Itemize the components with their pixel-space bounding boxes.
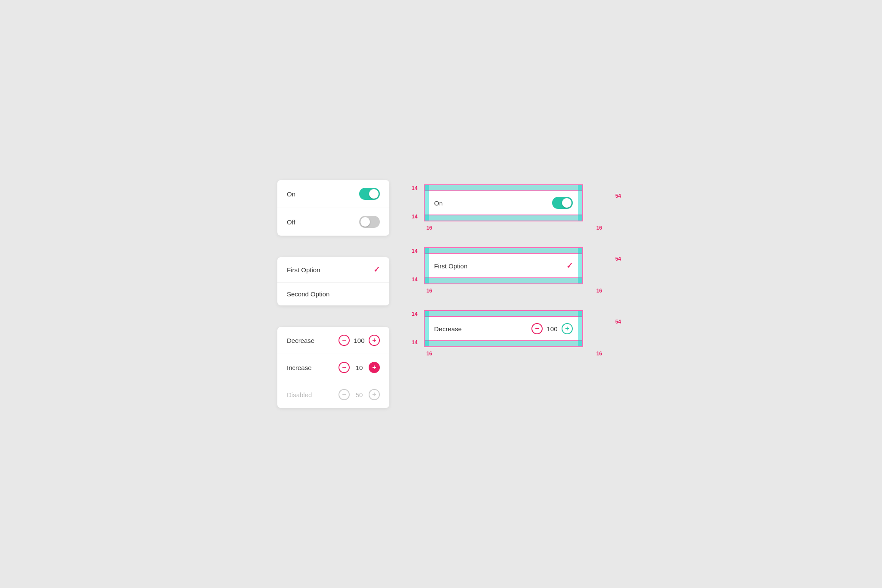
toggle-on-thumb [369,189,379,199]
annotation-toggle-diagram: On 14 14 16 16 54 [424,184,605,221]
toggle-off-label: Off [287,218,295,226]
decrease-plus-button[interactable]: + [369,335,380,346]
increase-row: Increase − 10 + [277,354,389,381]
ann-toggle-thumb [562,198,571,208]
decrease-value: 100 [353,337,365,344]
radio-card: First Option ✓ Second Option [277,257,389,305]
increase-value: 10 [353,364,365,371]
toggle-off-thumb [360,217,370,227]
disabled-minus-button: − [339,389,350,400]
toggle-on-track [359,188,380,200]
toggle-card: On Off [277,180,389,236]
page-container: On Off [0,0,882,588]
increase-label: Increase [287,364,312,371]
ann-stepper-dim-54: 54 [615,319,621,325]
ann-stepper-dim-16-br: 16 [596,351,602,357]
toggle-on-row: On [277,180,389,208]
first-option-checkmark: ✓ [373,265,380,274]
ann-stepper-dim-14-mid: 14 [412,339,417,345]
ann-stepper-controls: − 100 + [531,323,573,334]
disabled-stepper: − 50 + [339,389,380,400]
disabled-row: Disabled − 50 + [277,381,389,408]
toggle-off-track [359,216,380,228]
dim-14-mid: 14 [412,214,417,220]
left-column: On Off [277,180,389,408]
dim-16-bottom-left: 16 [426,225,432,231]
ann-toggle-label: On [434,199,443,207]
ann-radio-dim-14-top: 14 [412,248,417,254]
annotation-stepper-diagram: Decrease − 100 + 14 14 16 16 54 [424,310,605,347]
main-content: On Off [277,180,605,408]
dim-14-top: 14 [412,185,417,191]
toggle-off-row: Off [277,208,389,236]
ann-stepper-dim-16-bl: 16 [426,351,432,357]
disabled-value: 50 [353,391,365,398]
second-option-row[interactable]: Second Option [277,283,389,305]
decrease-minus-button[interactable]: − [339,335,350,346]
ann-toggle-track [552,197,573,209]
ann-checkmark: ✓ [566,261,573,271]
stepper-card: Decrease − 100 + Increase − 10 + [277,327,389,408]
ann-stepper-dim-14-top: 14 [412,311,417,317]
decrease-stepper: − 100 + [339,335,380,346]
ann-stepper-value: 100 [546,325,558,333]
first-option-label: First Option [287,266,320,274]
decrease-label: Decrease [287,337,314,344]
decrease-row: Decrease − 100 + [277,327,389,354]
ann-radio-dim-14-mid: 14 [412,277,417,283]
right-column: On 14 14 16 16 54 [424,180,605,347]
ann-stepper-label: Decrease [434,325,462,333]
ann-radio-dim-16-br: 16 [596,288,602,294]
ann-radio-dim-16-bl: 16 [426,288,432,294]
ann-radio-label: First Option [434,262,468,270]
dim-16-bottom-right: 16 [596,225,602,231]
increase-plus-button[interactable]: + [369,362,380,373]
toggle-on-switch[interactable] [359,188,380,200]
ann-radio-dim-54: 54 [615,256,621,262]
increase-stepper: − 10 + [339,362,380,373]
dim-54-height: 54 [615,193,621,199]
annotation-radio-diagram: First Option ✓ 14 14 16 16 54 [424,247,605,284]
ann-stepper-plus: + [562,323,573,334]
ann-stepper-minus: − [531,323,543,334]
disabled-plus-button: + [369,389,380,400]
second-option-label: Second Option [287,290,329,298]
increase-minus-button[interactable]: − [339,362,350,373]
first-option-row[interactable]: First Option ✓ [277,257,389,283]
toggle-off-switch[interactable] [359,216,380,228]
disabled-label: Disabled [287,391,312,398]
toggle-on-label: On [287,190,295,198]
